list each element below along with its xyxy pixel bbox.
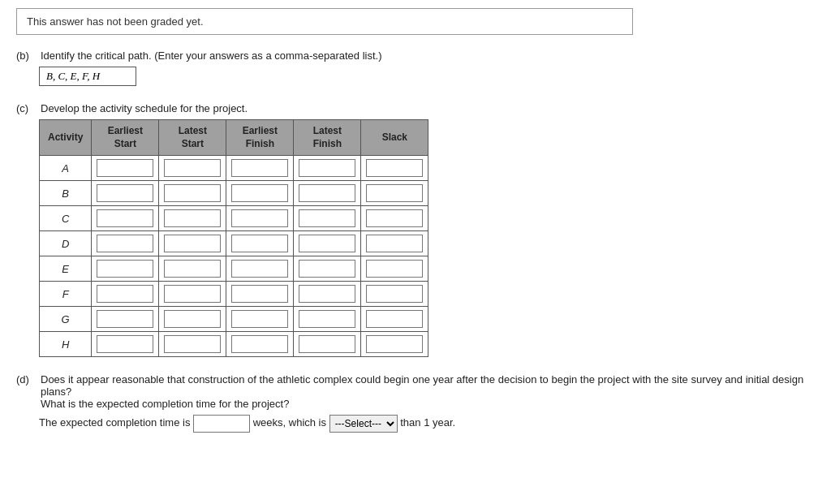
cell-latest-start (159, 231, 226, 256)
input-earliest-start-f[interactable] (97, 285, 153, 303)
input-slack-g[interactable] (366, 310, 423, 328)
input-slack-f[interactable] (366, 285, 423, 303)
input-earliest-start-e[interactable] (97, 260, 153, 278)
input-earliest-finish-f[interactable] (231, 285, 288, 303)
input-latest-finish-b[interactable] (299, 184, 355, 202)
input-latest-start-a[interactable] (164, 159, 221, 177)
input-latest-finish-h[interactable] (299, 335, 355, 353)
input-slack-d[interactable] (366, 235, 423, 252)
cell-earliest-finish (226, 307, 294, 332)
input-latest-start-f[interactable] (164, 285, 221, 303)
activity-cell: B (40, 181, 92, 206)
cell-earliest-finish (226, 206, 294, 231)
cell-latest-start (159, 156, 226, 181)
cell-latest-start (159, 332, 226, 357)
input-latest-finish-c[interactable] (299, 209, 355, 227)
input-earliest-finish-a[interactable] (231, 159, 288, 177)
col-header-latest-start: LatestStart (159, 120, 226, 156)
input-earliest-finish-c[interactable] (231, 209, 288, 227)
input-latest-finish-e[interactable] (299, 260, 355, 278)
section-b: (b) Identify the critical path. (Enter y… (16, 50, 815, 86)
col-header-slack: Slack (361, 120, 428, 156)
weeks-label: weeks, which is (253, 417, 326, 429)
cell-earliest-finish (226, 156, 294, 181)
input-earliest-start-d[interactable] (97, 235, 153, 252)
activity-cell: F (40, 282, 92, 307)
cell-earliest-start (92, 231, 159, 256)
activity-cell: H (40, 332, 92, 357)
cell-latest-finish (294, 206, 361, 231)
cell-slack (361, 282, 428, 307)
cell-slack (361, 156, 428, 181)
col-header-earliest-finish: EarliestFinish (226, 120, 294, 156)
activity-cell: G (40, 307, 92, 332)
input-latest-finish-f[interactable] (299, 285, 355, 303)
input-latest-finish-a[interactable] (299, 159, 355, 177)
cell-slack (361, 332, 428, 357)
input-latest-start-c[interactable] (164, 209, 221, 227)
completion-label: The expected completion time is (39, 417, 190, 429)
cell-slack (361, 307, 428, 332)
part-c-letter: (c) (16, 102, 36, 114)
cell-latest-finish (294, 307, 361, 332)
input-slack-e[interactable] (366, 260, 423, 278)
completion-time-input[interactable] (193, 415, 250, 433)
cell-slack (361, 231, 428, 256)
cell-earliest-start (92, 256, 159, 282)
input-slack-b[interactable] (366, 184, 423, 202)
input-earliest-start-b[interactable] (97, 184, 153, 202)
input-latest-start-e[interactable] (164, 260, 221, 278)
input-earliest-start-g[interactable] (97, 310, 153, 328)
cell-slack (361, 181, 428, 206)
cell-latest-start (159, 206, 226, 231)
cell-earliest-finish (226, 231, 294, 256)
table-row: C (40, 206, 428, 231)
input-earliest-start-c[interactable] (97, 209, 153, 227)
input-earliest-start-h[interactable] (97, 335, 153, 353)
cell-earliest-finish (226, 181, 294, 206)
comparison-select[interactable]: ---Select--- less more equal (329, 415, 398, 433)
activity-cell: A (40, 156, 92, 181)
part-c-label: Develop the activity schedule for the pr… (41, 102, 248, 114)
cell-earliest-start (92, 181, 159, 206)
cell-earliest-start (92, 156, 159, 181)
cell-latest-finish (294, 231, 361, 256)
input-slack-h[interactable] (366, 335, 423, 353)
input-latest-finish-d[interactable] (299, 235, 355, 252)
cell-earliest-start (92, 206, 159, 231)
cell-latest-finish (294, 256, 361, 282)
activity-cell: D (40, 231, 92, 256)
cell-earliest-start (92, 307, 159, 332)
input-latest-start-d[interactable] (164, 235, 221, 252)
critical-path-input[interactable] (39, 67, 136, 86)
input-earliest-finish-g[interactable] (231, 310, 288, 328)
col-header-latest-finish: LatestFinish (294, 120, 361, 156)
not-graded-text: This answer has not been graded yet. (27, 15, 204, 28)
activity-cell: C (40, 206, 92, 231)
cell-earliest-start (92, 332, 159, 357)
cell-latest-finish (294, 156, 361, 181)
part-d-text1: Does it appear reasonable that construct… (41, 373, 815, 410)
table-row: D (40, 231, 428, 256)
cell-latest-start (159, 256, 226, 282)
input-latest-start-g[interactable] (164, 310, 221, 328)
than-label: than 1 year. (400, 417, 455, 429)
input-latest-start-b[interactable] (164, 184, 221, 202)
cell-earliest-start (92, 282, 159, 307)
input-slack-c[interactable] (366, 209, 423, 227)
input-earliest-start-a[interactable] (97, 159, 153, 177)
input-latest-finish-g[interactable] (299, 310, 355, 328)
input-earliest-finish-d[interactable] (231, 235, 288, 252)
input-earliest-finish-h[interactable] (231, 335, 288, 353)
cell-slack (361, 256, 428, 282)
section-d: (d) Does it appear reasonable that const… (16, 373, 815, 433)
cell-latest-finish (294, 282, 361, 307)
table-row: A (40, 156, 428, 181)
input-slack-a[interactable] (366, 159, 423, 177)
input-earliest-finish-e[interactable] (231, 260, 288, 278)
input-earliest-finish-b[interactable] (231, 184, 288, 202)
cell-latest-start (159, 307, 226, 332)
input-latest-start-h[interactable] (164, 335, 221, 353)
table-row: H (40, 332, 428, 357)
cell-earliest-finish (226, 256, 294, 282)
